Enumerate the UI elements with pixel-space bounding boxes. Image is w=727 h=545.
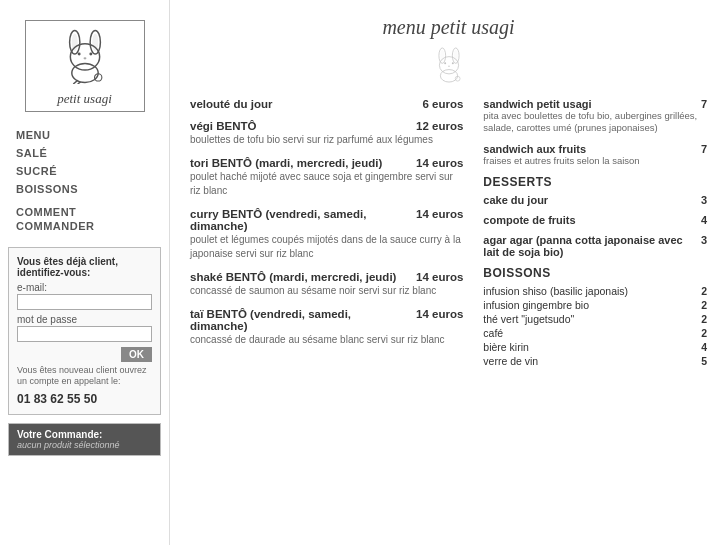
page-title: menu petit usagi — [190, 16, 707, 39]
boisson-name: thé vert "jugetsudo" — [483, 313, 574, 325]
item-desc: boulettes de tofu bio servi sur riz parf… — [190, 133, 463, 147]
svg-point-8 — [71, 63, 97, 82]
item-name: velouté du jour — [190, 98, 414, 110]
svg-point-6 — [89, 52, 92, 55]
svg-point-17 — [444, 62, 446, 64]
menu-right-column: sandwich petit usagi 7 pita avec boulett… — [483, 98, 707, 367]
item-price: 14 euros — [416, 208, 463, 220]
item-name: sandwich petit usagi — [483, 98, 695, 110]
item-price: 14 euros — [416, 308, 463, 320]
boisson-name: bière kirin — [483, 341, 529, 353]
boisson-item: thé vert "jugetsudo" 2 — [483, 313, 707, 325]
item-price: 4 — [701, 214, 707, 226]
item-name: végi BENTÔ — [190, 120, 408, 132]
svg-line-10 — [73, 80, 77, 84]
boisson-price: 2 — [701, 313, 707, 325]
item-name: cake du jour — [483, 194, 695, 206]
nav-menu[interactable]: MENU — [16, 126, 153, 144]
menu-item: curry BENTÔ (vendredi, samedi, dimanche)… — [190, 208, 463, 261]
item-desc: fraises et autres fruits selon la saison — [483, 155, 707, 167]
desserts-section-title: DESSERTS — [483, 175, 707, 189]
boisson-item: infusion gingembre bio 2 — [483, 299, 707, 311]
dessert-item: agar agar (panna cotta japonaise avec la… — [483, 234, 707, 258]
email-field[interactable] — [17, 294, 152, 310]
boisson-name: verre de vin — [483, 355, 538, 367]
svg-point-15 — [453, 50, 457, 62]
menu-item: végi BENTÔ 12 euros boulettes de tofu bi… — [190, 120, 463, 147]
new-client-text: Vous êtes nouveau client ouvrez un compt… — [17, 365, 152, 388]
menu-columns: velouté du jour 6 euros végi BENTÔ 12 eu… — [190, 98, 707, 367]
password-field[interactable] — [17, 326, 152, 342]
item-price: 14 euros — [416, 271, 463, 283]
item-desc: poulet et légumes coupés mijotés dans de… — [190, 233, 463, 261]
boisson-price: 5 — [701, 355, 707, 367]
svg-point-7 — [83, 57, 86, 59]
nav-comment[interactable]: COMMENT COMMANDER — [16, 202, 153, 237]
decorative-rabbit-icon — [190, 47, 707, 86]
item-name: sandwich aux fruits — [483, 143, 695, 155]
boisson-price: 4 — [701, 341, 707, 353]
item-price: 3 — [701, 194, 707, 206]
boisson-item: café 2 — [483, 327, 707, 339]
main-content: menu petit usagi velouté du jour — [170, 0, 727, 545]
svg-point-14 — [440, 50, 444, 62]
logo-rabbit-icon — [55, 29, 115, 87]
boissons-section-title: BOISSONS — [483, 266, 707, 280]
boisson-item: infusion shiso (basilic japonais) 2 — [483, 285, 707, 297]
boisson-price: 2 — [701, 299, 707, 311]
login-box: Vous êtes déjà client, identifiez-vous: … — [8, 247, 161, 415]
boisson-name: infusion shiso (basilic japonais) — [483, 285, 628, 297]
svg-point-16 — [439, 57, 458, 74]
nav-links: MENU SALÉ SUCRÉ BOISSONS COMMENT COMMAND… — [0, 126, 169, 237]
item-name: agar agar (panna cotta japonaise avec la… — [483, 234, 695, 258]
nav-boissons[interactable]: BOISSONS — [16, 180, 153, 198]
item-name: shaké BENTÔ (mardi, mercredi, jeudi) — [190, 271, 408, 283]
item-name: tori BENTÔ (mardi, mercredi, jeudi) — [190, 157, 408, 169]
logo-box: petit usagi — [25, 20, 145, 112]
boisson-item: verre de vin 5 — [483, 355, 707, 367]
item-price: 6 euros — [422, 98, 463, 110]
svg-point-20 — [440, 70, 457, 82]
menu-item: taï BENTÔ (vendredi, samedi, dimanche) 1… — [190, 308, 463, 347]
item-desc: pita avec boulettes de tofu bio, aubergi… — [483, 110, 707, 135]
item-name: compote de fruits — [483, 214, 695, 226]
item-name: curry BENTÔ (vendredi, samedi, dimanche) — [190, 208, 408, 232]
right-menu-item: sandwich petit usagi 7 pita avec boulett… — [483, 98, 707, 135]
dessert-item: compote de fruits 4 — [483, 214, 707, 226]
dessert-item: cake du jour 3 — [483, 194, 707, 206]
boissons-list: infusion shiso (basilic japonais) 2 infu… — [483, 285, 707, 367]
cart-empty: aucun produit sélectionné — [17, 440, 152, 450]
nav-sale[interactable]: SALÉ — [16, 144, 153, 162]
menu-item: shaké BENTÔ (mardi, mercredi, jeudi) 14 … — [190, 271, 463, 298]
logo-text: petit usagi — [57, 91, 112, 107]
boisson-name: infusion gingembre bio — [483, 299, 589, 311]
item-price: 12 euros — [416, 120, 463, 132]
svg-line-11 — [77, 82, 80, 84]
ok-button[interactable]: OK — [121, 347, 152, 362]
email-label: e-mail: — [17, 282, 152, 293]
login-title: Vous êtes déjà client, identifiez-vous: — [17, 256, 152, 278]
phone-number: 01 83 62 55 50 — [17, 392, 152, 406]
item-desc: concassé de daurade au sésame blanc serv… — [190, 333, 463, 347]
item-name: taï BENTÔ (vendredi, samedi, dimanche) — [190, 308, 408, 332]
sidebar: petit usagi MENU SALÉ SUCRÉ BOISSONS COM… — [0, 0, 170, 545]
item-price: 14 euros — [416, 157, 463, 169]
item-desc: poulet haché mijoté avec sauce soja et g… — [190, 170, 463, 198]
svg-point-18 — [451, 62, 453, 64]
boisson-price: 2 — [701, 285, 707, 297]
menu-left-column: velouté du jour 6 euros végi BENTÔ 12 eu… — [190, 98, 463, 367]
item-price: 7 — [701, 98, 707, 110]
password-label: mot de passe — [17, 314, 152, 325]
nav-sucre[interactable]: SUCRÉ — [16, 162, 153, 180]
boisson-item: bière kirin 4 — [483, 341, 707, 353]
cart-title: Votre Commande: — [17, 429, 152, 440]
item-desc: concassé de saumon au sésame noir servi … — [190, 284, 463, 298]
item-price: 7 — [701, 143, 707, 155]
menu-item: tori BENTÔ (mardi, mercredi, jeudi) 14 e… — [190, 157, 463, 198]
cart-box: Votre Commande: aucun produit sélectionn… — [8, 423, 161, 456]
boisson-price: 2 — [701, 327, 707, 339]
boisson-name: café — [483, 327, 503, 339]
menu-item: velouté du jour 6 euros — [190, 98, 463, 110]
right-menu-item: sandwich aux fruits 7 fraises et autres … — [483, 143, 707, 167]
item-price: 3 — [701, 234, 707, 246]
